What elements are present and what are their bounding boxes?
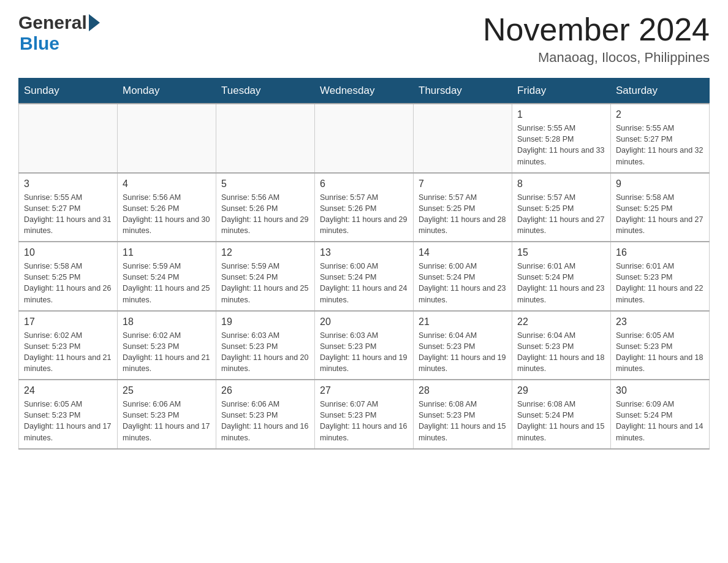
day-number: 25 <box>123 385 211 396</box>
calendar-cell: 20Sunrise: 6:03 AMSunset: 5:23 PMDayligh… <box>315 311 414 380</box>
calendar-cell: 11Sunrise: 5:59 AMSunset: 5:24 PMDayligh… <box>118 242 216 311</box>
day-info: Sunrise: 6:06 AMSunset: 5:23 PMDaylight:… <box>123 399 211 443</box>
calendar-cell: 16Sunrise: 6:01 AMSunset: 5:23 PMDayligh… <box>611 242 710 311</box>
col-header-wednesday: Wednesday <box>315 79 414 104</box>
day-info: Sunrise: 5:55 AMSunset: 5:27 PMDaylight:… <box>616 123 704 167</box>
col-header-tuesday: Tuesday <box>216 79 315 104</box>
day-info: Sunrise: 5:57 AMSunset: 5:26 PMDaylight:… <box>320 192 408 237</box>
day-number: 30 <box>616 385 704 396</box>
col-header-monday: Monday <box>118 79 216 104</box>
calendar-cell: 21Sunrise: 6:04 AMSunset: 5:23 PMDayligh… <box>414 311 512 380</box>
day-info: Sunrise: 5:58 AMSunset: 5:25 PMDaylight:… <box>24 261 112 305</box>
calendar-cell: 6Sunrise: 5:57 AMSunset: 5:26 PMDaylight… <box>315 173 414 242</box>
calendar-cell: 29Sunrise: 6:08 AMSunset: 5:24 PMDayligh… <box>512 380 611 449</box>
calendar-cell: 19Sunrise: 6:03 AMSunset: 5:23 PMDayligh… <box>216 311 315 380</box>
day-number: 19 <box>221 316 309 327</box>
day-info: Sunrise: 6:04 AMSunset: 5:23 PMDaylight:… <box>517 330 605 375</box>
location: Manaoag, Ilocos, Philippines <box>483 50 710 66</box>
day-info: Sunrise: 5:56 AMSunset: 5:26 PMDaylight:… <box>123 192 211 237</box>
week-row-2: 3Sunrise: 5:55 AMSunset: 5:27 PMDaylight… <box>19 173 710 242</box>
calendar-cell: 26Sunrise: 6:06 AMSunset: 5:23 PMDayligh… <box>216 380 315 449</box>
calendar-cell: 2Sunrise: 5:55 AMSunset: 5:27 PMDaylight… <box>611 104 710 173</box>
col-header-friday: Friday <box>512 79 611 104</box>
calendar-header-row: SundayMondayTuesdayWednesdayThursdayFrid… <box>19 79 710 104</box>
day-info: Sunrise: 6:00 AMSunset: 5:24 PMDaylight:… <box>320 261 408 305</box>
calendar-cell: 12Sunrise: 5:59 AMSunset: 5:24 PMDayligh… <box>216 242 315 311</box>
calendar-cell: 10Sunrise: 5:58 AMSunset: 5:25 PMDayligh… <box>19 242 118 311</box>
day-info: Sunrise: 6:03 AMSunset: 5:23 PMDaylight:… <box>320 330 408 375</box>
calendar-cell <box>414 104 512 173</box>
day-number: 2 <box>616 109 704 120</box>
day-info: Sunrise: 6:01 AMSunset: 5:24 PMDaylight:… <box>517 261 605 305</box>
day-number: 8 <box>517 178 605 190</box>
day-number: 11 <box>123 247 211 258</box>
calendar-cell: 28Sunrise: 6:08 AMSunset: 5:23 PMDayligh… <box>414 380 512 449</box>
day-number: 20 <box>320 316 408 327</box>
day-number: 7 <box>419 178 507 190</box>
day-number: 29 <box>517 385 605 396</box>
calendar-cell: 17Sunrise: 6:02 AMSunset: 5:23 PMDayligh… <box>19 311 118 380</box>
day-number: 1 <box>517 109 605 120</box>
logo-chevron-icon <box>89 14 100 31</box>
day-number: 12 <box>221 247 309 258</box>
col-header-sunday: Sunday <box>19 79 118 104</box>
day-number: 21 <box>419 316 507 327</box>
day-number: 9 <box>616 178 704 190</box>
calendar-cell <box>19 104 118 173</box>
week-row-4: 17Sunrise: 6:02 AMSunset: 5:23 PMDayligh… <box>19 311 710 380</box>
calendar-cell: 4Sunrise: 5:56 AMSunset: 5:26 PMDaylight… <box>118 173 216 242</box>
week-row-5: 24Sunrise: 6:05 AMSunset: 5:23 PMDayligh… <box>19 380 710 449</box>
day-number: 3 <box>24 178 112 190</box>
logo: General Blue <box>18 12 100 54</box>
calendar-cell: 5Sunrise: 5:56 AMSunset: 5:26 PMDaylight… <box>216 173 315 242</box>
day-number: 16 <box>616 247 704 258</box>
calendar-cell: 14Sunrise: 6:00 AMSunset: 5:24 PMDayligh… <box>414 242 512 311</box>
day-info: Sunrise: 6:08 AMSunset: 5:23 PMDaylight:… <box>419 399 507 443</box>
day-info: Sunrise: 6:03 AMSunset: 5:23 PMDaylight:… <box>221 330 309 375</box>
day-info: Sunrise: 5:58 AMSunset: 5:25 PMDaylight:… <box>616 192 704 237</box>
month-title: November 2024 <box>483 12 710 47</box>
calendar-cell <box>216 104 315 173</box>
day-info: Sunrise: 6:09 AMSunset: 5:24 PMDaylight:… <box>616 399 704 443</box>
calendar-cell: 9Sunrise: 5:58 AMSunset: 5:25 PMDaylight… <box>611 173 710 242</box>
day-number: 22 <box>517 316 605 327</box>
day-number: 15 <box>517 247 605 258</box>
logo-blue-text: Blue <box>20 33 59 54</box>
calendar-cell <box>315 104 414 173</box>
day-info: Sunrise: 5:57 AMSunset: 5:25 PMDaylight:… <box>517 192 605 237</box>
day-info: Sunrise: 6:01 AMSunset: 5:23 PMDaylight:… <box>616 261 704 305</box>
calendar-cell <box>118 104 216 173</box>
day-info: Sunrise: 6:02 AMSunset: 5:23 PMDaylight:… <box>123 330 211 375</box>
day-info: Sunrise: 6:06 AMSunset: 5:23 PMDaylight:… <box>221 399 309 443</box>
calendar-cell: 23Sunrise: 6:05 AMSunset: 5:23 PMDayligh… <box>611 311 710 380</box>
page-header: General Blue November 2024 Manaoag, Iloc… <box>18 12 710 66</box>
calendar-cell: 8Sunrise: 5:57 AMSunset: 5:25 PMDaylight… <box>512 173 611 242</box>
day-info: Sunrise: 5:55 AMSunset: 5:27 PMDaylight:… <box>24 192 112 237</box>
logo-general-text: General <box>18 12 87 33</box>
calendar-cell: 18Sunrise: 6:02 AMSunset: 5:23 PMDayligh… <box>118 311 216 380</box>
calendar-cell: 24Sunrise: 6:05 AMSunset: 5:23 PMDayligh… <box>19 380 118 449</box>
calendar-cell: 7Sunrise: 5:57 AMSunset: 5:25 PMDaylight… <box>414 173 512 242</box>
day-number: 18 <box>123 316 211 327</box>
calendar-cell: 13Sunrise: 6:00 AMSunset: 5:24 PMDayligh… <box>315 242 414 311</box>
day-info: Sunrise: 5:59 AMSunset: 5:24 PMDaylight:… <box>123 261 211 305</box>
calendar-cell: 1Sunrise: 5:55 AMSunset: 5:28 PMDaylight… <box>512 104 611 173</box>
day-info: Sunrise: 6:05 AMSunset: 5:23 PMDaylight:… <box>24 399 112 443</box>
day-number: 10 <box>24 247 112 258</box>
day-number: 6 <box>320 178 408 190</box>
day-number: 14 <box>419 247 507 258</box>
calendar-table: SundayMondayTuesdayWednesdayThursdayFrid… <box>18 78 710 450</box>
day-info: Sunrise: 5:57 AMSunset: 5:25 PMDaylight:… <box>419 192 507 237</box>
day-info: Sunrise: 6:05 AMSunset: 5:23 PMDaylight:… <box>616 330 704 375</box>
day-info: Sunrise: 5:55 AMSunset: 5:28 PMDaylight:… <box>517 123 605 167</box>
day-number: 17 <box>24 316 112 327</box>
calendar-cell: 15Sunrise: 6:01 AMSunset: 5:24 PMDayligh… <box>512 242 611 311</box>
col-header-saturday: Saturday <box>611 79 710 104</box>
day-number: 23 <box>616 316 704 327</box>
day-info: Sunrise: 5:59 AMSunset: 5:24 PMDaylight:… <box>221 261 309 305</box>
calendar-cell: 3Sunrise: 5:55 AMSunset: 5:27 PMDaylight… <box>19 173 118 242</box>
day-number: 27 <box>320 385 408 396</box>
day-number: 28 <box>419 385 507 396</box>
col-header-thursday: Thursday <box>414 79 512 104</box>
calendar-cell: 25Sunrise: 6:06 AMSunset: 5:23 PMDayligh… <box>118 380 216 449</box>
